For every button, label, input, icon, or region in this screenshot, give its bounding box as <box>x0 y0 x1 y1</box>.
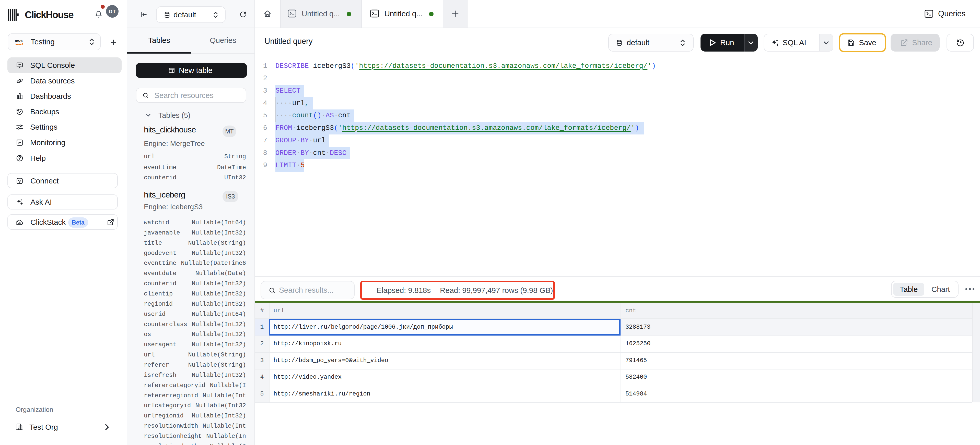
svg-text:aws: aws <box>15 38 22 43</box>
